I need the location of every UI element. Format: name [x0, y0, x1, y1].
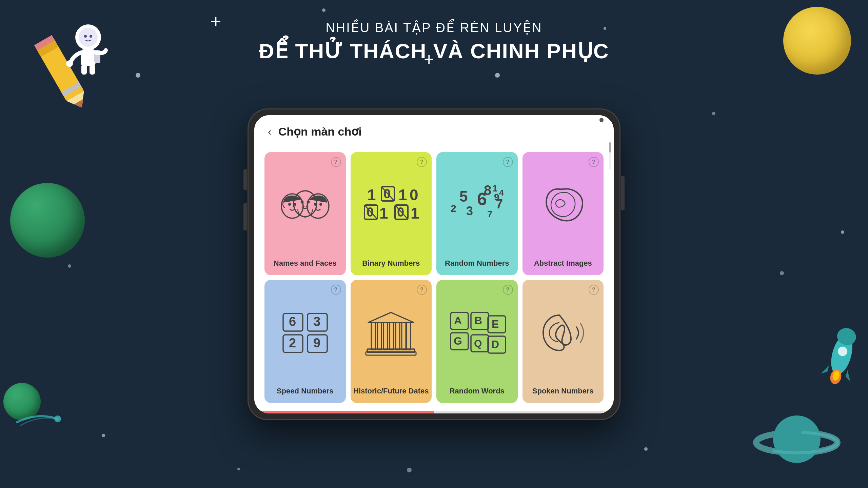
svg-text:0: 0	[397, 205, 404, 219]
svg-point-32	[319, 203, 322, 206]
header-area: NHIỀU BÀI TẬP ĐỂ RÈN LUYỆN ĐỂ THỬ THÁCH …	[259, 20, 609, 63]
svg-text:A: A	[454, 314, 462, 327]
card-historic-dates[interactable]: ?	[351, 280, 432, 403]
rocket-decoration	[821, 324, 861, 393]
card-icon-abstract	[522, 152, 604, 256]
svg-text:1: 1	[411, 204, 419, 222]
card-help-words[interactable]: ?	[503, 285, 513, 295]
saturn-planet	[753, 399, 841, 468]
card-spoken-numbers[interactable]: ? Spoken Numbers	[522, 280, 604, 403]
svg-text:G: G	[454, 335, 462, 347]
header-subtitle: NHIỀU BÀI TẬP ĐỂ RÈN LUYỆN	[259, 20, 609, 35]
nav-bar	[254, 411, 614, 413]
card-label-random: Random Numbers	[445, 259, 509, 268]
device-frame: ‹ Chọn màn chơi ?	[248, 108, 620, 420]
svg-rect-74	[402, 323, 406, 350]
svg-text:D: D	[491, 338, 499, 350]
header-title: ĐỂ THỬ THÁCH VÀ CHINH PHỤC	[259, 39, 609, 63]
svg-text:E: E	[492, 318, 499, 330]
card-speed-numbers[interactable]: ? 6 3 2 9 Speed Numbers	[264, 280, 346, 403]
card-random-words[interactable]: ? A B E G Q	[436, 280, 518, 403]
svg-point-35	[307, 200, 310, 203]
svg-rect-70	[377, 323, 381, 350]
cards-grid: ?	[254, 145, 614, 410]
card-label-binary: Binary Numbers	[362, 259, 420, 268]
card-label-names-faces: Names and Faces	[274, 259, 337, 268]
svg-rect-75	[407, 323, 411, 350]
card-icon-names-faces	[264, 152, 346, 256]
device-camera	[599, 118, 604, 122]
svg-text:3: 3	[313, 314, 320, 329]
svg-text:6: 6	[289, 314, 296, 329]
scroll-indicator	[609, 142, 611, 169]
svg-text:5: 5	[459, 188, 468, 205]
svg-text:2: 2	[289, 336, 296, 350]
svg-text:9: 9	[313, 336, 320, 350]
svg-point-28	[288, 203, 291, 206]
svg-point-34	[300, 200, 303, 203]
svg-marker-22	[821, 364, 829, 375]
svg-text:1: 1	[379, 204, 388, 222]
card-icon-random: 8 1 9 4 5 6 7 2 3 7	[436, 152, 518, 256]
svg-text:7: 7	[496, 197, 503, 211]
svg-marker-23	[845, 370, 853, 381]
svg-text:6: 6	[477, 189, 487, 209]
back-button[interactable]: ‹	[268, 126, 272, 137]
card-binary-numbers[interactable]: ? 1 0 1 0 0	[351, 152, 432, 275]
comet-decoration	[10, 405, 61, 434]
svg-marker-68	[368, 312, 414, 323]
scroll-thumb	[609, 142, 611, 152]
app-header: ‹ Chọn màn chơi	[254, 115, 614, 145]
card-icon-speed: 6 3 2 9	[264, 280, 346, 384]
card-help-random[interactable]: ?	[503, 157, 513, 167]
card-label-speed: Speed Numbers	[277, 387, 334, 395]
svg-rect-72	[390, 323, 394, 350]
card-label-dates: Historic/Future Dates	[353, 387, 429, 395]
card-help-dates[interactable]: ?	[417, 285, 427, 295]
svg-text:0: 0	[367, 205, 374, 219]
svg-rect-73	[396, 323, 400, 350]
svg-text:0: 0	[410, 186, 418, 204]
card-random-numbers[interactable]: ? 8 1 9 4 5 6 7 2 3 7 Random Num	[436, 152, 518, 275]
card-icon-words: A B E G Q D	[436, 280, 518, 384]
svg-text:3: 3	[466, 204, 473, 218]
app-screen-title: Chọn màn chơi	[278, 125, 362, 138]
card-help-names-faces[interactable]: ?	[331, 157, 341, 167]
card-help-abstract[interactable]: ?	[589, 157, 599, 167]
svg-text:1: 1	[398, 186, 407, 204]
card-icon-dates	[351, 280, 432, 384]
svg-rect-77	[366, 352, 416, 355]
card-abstract-images[interactable]: ? Abstract Images	[522, 152, 604, 275]
card-label-spoken: Spoken Numbers	[532, 387, 594, 395]
device-screen: ‹ Chọn màn chơi ?	[254, 115, 614, 413]
card-help-speed[interactable]: ?	[331, 285, 341, 295]
svg-point-26	[54, 415, 61, 422]
svg-text:2: 2	[451, 203, 456, 214]
card-label-abstract: Abstract Images	[534, 259, 592, 268]
svg-point-2	[773, 415, 821, 463]
card-names-faces[interactable]: ?	[264, 152, 346, 275]
card-icon-spoken	[522, 280, 604, 384]
svg-text:0: 0	[383, 187, 391, 201]
device-btn-vol-up	[243, 169, 247, 190]
svg-text:7: 7	[487, 209, 493, 219]
svg-rect-71	[383, 323, 388, 350]
svg-text:1: 1	[367, 186, 376, 204]
svg-text:Q: Q	[474, 338, 482, 349]
svg-text:B: B	[474, 314, 482, 327]
card-icon-binary: 1 0 1 0 0 1	[351, 152, 432, 256]
device-btn-vol-down	[243, 203, 247, 230]
device-btn-power	[621, 176, 625, 210]
card-label-words: Random Words	[450, 387, 505, 395]
svg-text:4: 4	[499, 188, 504, 197]
svg-point-33	[294, 191, 317, 217]
card-help-binary[interactable]: ?	[417, 157, 427, 167]
card-help-spoken[interactable]: ?	[589, 285, 599, 295]
svg-rect-69	[371, 323, 375, 350]
